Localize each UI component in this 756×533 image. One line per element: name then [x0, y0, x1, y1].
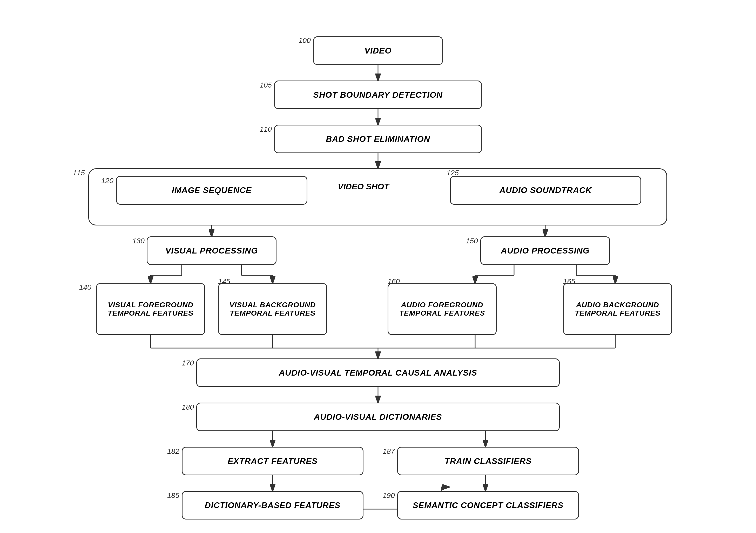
train-classifiers-label: TRAIN CLASSIFIERS: [445, 456, 531, 466]
ref-120: 120: [101, 177, 114, 185]
ref-185: 185: [167, 491, 179, 500]
audio-soundtrack-label: AUDIO SOUNDTRACK: [500, 185, 592, 195]
diagram: VIDEO 100 SHOT BOUNDARY DETECTION 105 BA…: [0, 0, 756, 533]
ref-182: 182: [167, 447, 179, 456]
audio-fg-box: AUDIO FOREGROUND TEMPORAL FEATURES: [388, 283, 497, 335]
audio-processing-box: AUDIO PROCESSING: [480, 237, 610, 265]
bad-shot-box: BAD SHOT ELIMINATION: [274, 125, 482, 153]
shot-boundary-label: SHOT BOUNDARY DETECTION: [313, 90, 443, 100]
ref-105: 105: [259, 81, 272, 89]
visual-processing-label: VISUAL PROCESSING: [165, 246, 258, 256]
video-label: VIDEO: [364, 46, 392, 56]
ref-140: 140: [79, 283, 92, 292]
audio-bg-box: AUDIO BACKGROUND TEMPORAL FEATURES: [563, 283, 672, 335]
audio-processing-label: AUDIO PROCESSING: [501, 246, 589, 256]
ref-180: 180: [182, 403, 194, 411]
dict-features-box: DICTIONARY-BASED FEATURES: [182, 491, 364, 519]
visual-bg-label: VISUAL BACKGROUND TEMPORAL FEATURES: [230, 301, 316, 318]
ref-100: 100: [299, 36, 311, 45]
av-dict-box: AUDIO-VISUAL DICTIONARIES: [196, 403, 560, 431]
semantic-classifiers-label: SEMANTIC CONCEPT CLASSIFIERS: [413, 500, 564, 510]
semantic-classifiers-box: SEMANTIC CONCEPT CLASSIFIERS: [397, 491, 579, 519]
shot-boundary-box: SHOT BOUNDARY DETECTION: [274, 80, 482, 109]
arrows-svg: [0, 0, 756, 533]
ref-170: 170: [182, 359, 194, 367]
av-temporal-label: AUDIO-VISUAL TEMPORAL CAUSAL ANALYSIS: [279, 368, 477, 378]
dict-features-label: DICTIONARY-BASED FEATURES: [205, 500, 340, 510]
ref-150: 150: [466, 237, 478, 245]
visual-fg-label: VISUAL FOREGROUND TEMPORAL FEATURES: [108, 301, 193, 318]
audio-soundtrack-box: AUDIO SOUNDTRACK: [450, 176, 641, 205]
ref-130: 130: [132, 237, 145, 245]
ref-165: 165: [563, 277, 575, 286]
av-dict-label: AUDIO-VISUAL DICTIONARIES: [314, 412, 442, 422]
ref-160: 160: [388, 277, 400, 286]
ref-110: 110: [259, 125, 272, 133]
video-box: VIDEO: [313, 36, 443, 65]
audio-fg-label: AUDIO FOREGROUND TEMPORAL FEATURES: [399, 301, 485, 318]
ref-187: 187: [383, 447, 395, 456]
extract-features-label: EXTRACT FEATURES: [228, 456, 317, 466]
ref-190: 190: [383, 491, 395, 500]
train-classifiers-box: TRAIN CLASSIFIERS: [397, 447, 579, 475]
image-sequence-label: IMAGE SEQUENCE: [172, 185, 252, 195]
video-shot-label: VIDEO SHOT: [311, 182, 416, 191]
visual-processing-box: VISUAL PROCESSING: [147, 237, 277, 265]
audio-bg-label: AUDIO BACKGROUND TEMPORAL FEATURES: [575, 301, 661, 318]
visual-bg-box: VISUAL BACKGROUND TEMPORAL FEATURES: [218, 283, 327, 335]
image-sequence-box: IMAGE SEQUENCE: [116, 176, 308, 205]
bad-shot-label: BAD SHOT ELIMINATION: [326, 134, 430, 144]
av-temporal-box: AUDIO-VISUAL TEMPORAL CAUSAL ANALYSIS: [196, 358, 560, 387]
visual-fg-box: VISUAL FOREGROUND TEMPORAL FEATURES: [96, 283, 205, 335]
extract-features-box: EXTRACT FEATURES: [182, 447, 364, 475]
ref-145: 145: [218, 277, 230, 286]
ref-115: 115: [73, 169, 85, 177]
